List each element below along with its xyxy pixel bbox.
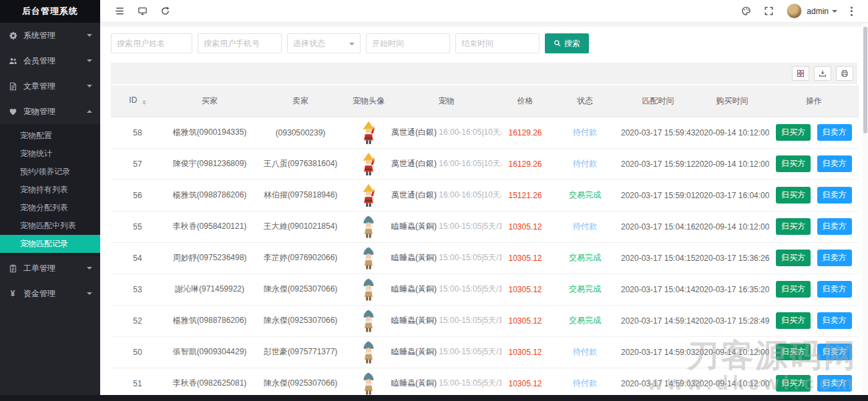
more-vertical-icon[interactable] — [843, 0, 860, 23]
workorder-icon — [8, 264, 17, 273]
table-toolbar — [111, 63, 857, 84]
cell-status: 待付款 — [549, 336, 621, 368]
cell-price: 16129.26 — [501, 117, 549, 148]
print-icon[interactable] — [836, 66, 853, 81]
cell-seller: 王八蛋(0976381604) — [255, 148, 346, 179]
sidebar-subitem-0[interactable]: 宠物配置 — [0, 127, 100, 145]
sidebar-subitem-3[interactable]: 宠物持有列表 — [0, 181, 100, 199]
search-phone-input[interactable] — [198, 33, 282, 53]
panel: 选择状态 搜索 — [100, 27, 868, 401]
cell-pet: 瞌睡蟲(黃銅) 15:00-15:05|5天/12% — [391, 336, 501, 368]
refresh-icon[interactable] — [154, 0, 176, 23]
to-buyer-button[interactable]: 归买方 — [776, 155, 811, 172]
chevron-down-icon[interactable] — [832, 10, 837, 15]
col-pet: 宠物 — [391, 85, 501, 117]
heart-icon — [8, 107, 17, 116]
scrollbar-track[interactable] — [863, 23, 868, 395]
theme-icon[interactable] — [734, 0, 757, 23]
table-row: 53 謝沁琳(971459922) 陳永傑(0925307066) 瞌睡蟲(黃銅… — [111, 274, 859, 305]
col-match-time: 匹配时间 — [621, 85, 695, 117]
columns-filter-icon[interactable] — [792, 66, 809, 81]
cell-buy-time: 2020-09-14 10:12:00 — [695, 368, 769, 399]
cell-match-time: 2020-03-17 15:59:01 — [621, 179, 695, 211]
sort-icon[interactable] — [142, 98, 146, 107]
sidebar-subitem-5[interactable]: 宠物匹配中列表 — [0, 217, 100, 235]
sidebar-subitem-4[interactable]: 宠物分配列表 — [0, 199, 100, 217]
col-price: 价格 — [501, 85, 549, 117]
avatar[interactable] — [787, 3, 802, 19]
chevron-down-icon — [87, 85, 92, 90]
cell-id: 55 — [111, 211, 164, 242]
sidebar-item-5[interactable]: ¥ 资金管理 — [0, 281, 100, 306]
sidebar-subitem-1[interactable]: 宠物统计 — [0, 145, 100, 163]
to-buyer-button[interactable]: 归买方 — [776, 218, 811, 235]
to-seller-button[interactable]: 归卖方 — [817, 375, 852, 392]
to-seller-button[interactable]: 归卖方 — [817, 155, 852, 172]
to-seller-button[interactable]: 归卖方 — [817, 344, 852, 360]
status-select-value: 选择状态 — [293, 38, 325, 49]
cell-id: 54 — [111, 242, 164, 274]
status-select[interactable]: 选择状态 — [287, 33, 361, 53]
end-time-input[interactable] — [455, 33, 539, 53]
records-table: ID 买家 卖家 宠物头像 宠物 价格 状态 匹配时间 购买时间 操作 — [111, 85, 859, 400]
sidebar-subitem-2[interactable]: 预约/领养记录 — [0, 163, 100, 181]
gnome-blue — [359, 308, 379, 334]
cell-seller: 林伯擢(0975818946) — [255, 179, 346, 211]
sidebar-item-1[interactable]: 会员管理 — [0, 48, 100, 73]
to-seller-button[interactable]: 归卖方 — [817, 281, 852, 298]
to-buyer-button[interactable]: 归买方 — [776, 344, 811, 360]
cell-buyer: 楊雅筑(0988786206) — [164, 305, 255, 336]
fullscreen-icon[interactable] — [757, 0, 780, 23]
cell-pet: 萬世通(白銀) 16:00-16:05|10天/26% — [391, 179, 501, 211]
cell-actions: 归买方 归卖方 — [769, 274, 859, 305]
gnome-red — [359, 119, 379, 146]
to-buyer-button[interactable]: 归买方 — [776, 281, 811, 298]
cell-match-time: 2020-03-17 15:04:16 — [621, 211, 695, 242]
sidebar-nav: 系统管理 会员管理 文章管理 宠物管理 宠物配置宠物统计预约/领养记录宠物持有列… — [0, 23, 100, 306]
to-buyer-button[interactable]: 归买方 — [776, 124, 811, 141]
to-buyer-button[interactable]: 归买方 — [776, 187, 811, 204]
to-seller-button[interactable]: 归卖方 — [817, 218, 852, 235]
sidebar-item-0[interactable]: 系统管理 — [0, 23, 100, 48]
col-buyer: 买家 — [164, 85, 255, 117]
export-icon[interactable] — [814, 66, 831, 81]
money-icon: ¥ — [8, 289, 17, 298]
cell-price: 10305.12 — [501, 368, 549, 399]
sidebar-item-4[interactable]: 工单管理 — [0, 256, 100, 281]
to-buyer-button[interactable]: 归买方 — [776, 250, 811, 266]
cell-status: 待付款 — [549, 368, 621, 399]
chevron-down-icon — [87, 34, 92, 39]
sidebar-item-2[interactable]: 文章管理 — [0, 73, 100, 99]
cell-id: 56 — [111, 179, 164, 211]
search-button[interactable]: 搜索 — [545, 33, 589, 53]
sidebar-subitem-6[interactable]: 宠物匹配记录 — [0, 235, 100, 253]
to-seller-button[interactable]: 归卖方 — [817, 187, 852, 204]
to-seller-button[interactable]: 归卖方 — [817, 124, 852, 141]
menu-toggle-icon[interactable] — [108, 0, 131, 23]
cell-status: 待付款 — [549, 117, 621, 148]
to-seller-button[interactable]: 归卖方 — [817, 312, 852, 329]
cell-match-time: 2020-03-17 14:59:14 — [621, 305, 695, 336]
table-row: 50 張智凱(0909304429) 彭世豪(0975771377) 瞌睡蟲(黃… — [111, 336, 859, 368]
to-seller-button[interactable]: 归卖方 — [817, 250, 852, 266]
cell-pet-avatar — [346, 211, 391, 242]
monitor-icon[interactable] — [131, 0, 154, 23]
table-row: 52 楊雅筑(0988786206) 陳永傑(0925307066) 瞌睡蟲(黃… — [111, 305, 859, 336]
col-id[interactable]: ID — [111, 85, 164, 117]
start-time-input[interactable] — [366, 33, 450, 53]
cell-buy-time: 2020-09-14 10:12:00 — [695, 336, 769, 368]
search-name-input[interactable] — [111, 33, 192, 53]
to-buyer-button[interactable]: 归买方 — [776, 375, 811, 392]
cell-actions: 归买方 归卖方 — [769, 117, 859, 148]
to-buyer-button[interactable]: 归买方 — [776, 312, 811, 329]
cell-seller: 陳永傑(0925307066) — [255, 274, 346, 305]
table-body: 58 楊雅筑(0900194335) (0930500239) 萬世通(白銀) … — [111, 117, 859, 399]
cell-buyer: 陳俊宇(0981236809) — [164, 148, 255, 179]
scrollbar-thumb[interactable] — [863, 27, 867, 133]
admin-menu[interactable]: admin — [807, 7, 829, 16]
cell-actions: 归买方 归卖方 — [769, 179, 859, 211]
cell-price: 10305.12 — [501, 211, 549, 242]
table-row: 58 楊雅筑(0900194335) (0930500239) 萬世通(白銀) … — [111, 117, 859, 148]
cell-actions: 归买方 归卖方 — [769, 368, 859, 399]
sidebar-item-3[interactable]: 宠物管理 — [0, 99, 100, 124]
